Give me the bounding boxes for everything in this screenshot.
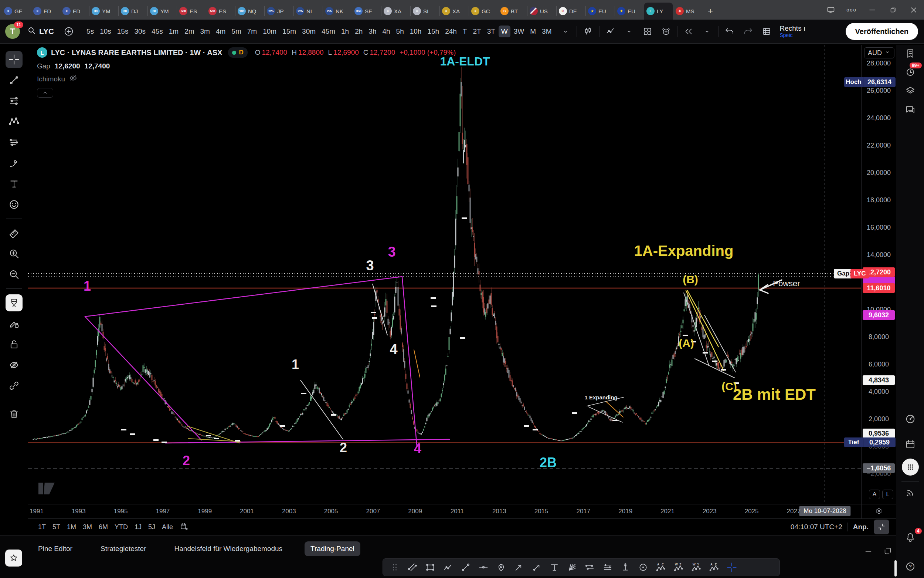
year-label[interactable]: 1993 — [72, 508, 86, 515]
replay-icon[interactable] — [681, 24, 696, 39]
tool-ruler[interactable] — [6, 224, 23, 242]
year-label[interactable]: 2015 — [534, 508, 549, 515]
new-tab-button[interactable]: + — [702, 3, 718, 19]
panel-tab-strategietester[interactable]: Strategietester — [95, 541, 152, 556]
interval-5s[interactable]: 5s — [84, 26, 97, 37]
browser-tab-us[interactable]: US — [527, 3, 556, 19]
sidebar-calendar-button[interactable] — [905, 438, 916, 451]
year-label[interactable]: 2005 — [324, 508, 338, 515]
chart-type-candles-icon[interactable] — [581, 24, 596, 39]
interval-4h[interactable]: 4h — [380, 26, 393, 37]
sidebar-layers-button[interactable] — [905, 85, 916, 97]
interval-10m[interactable]: 10m — [260, 26, 279, 37]
sidebar-radar-button[interactable] — [905, 414, 916, 426]
browser-tab-ge[interactable]: XGE — [2, 3, 31, 19]
tool-draw-mode[interactable] — [6, 315, 23, 332]
eye-off-icon[interactable] — [69, 74, 78, 84]
year-label[interactable]: 2003 — [282, 508, 296, 515]
float-tool-arrow[interactable] — [511, 560, 526, 575]
tool-trend-line[interactable] — [6, 72, 23, 89]
browser-tab-dj[interactable]: 30DJ — [118, 3, 147, 19]
panel-tab-trading-panel[interactable]: Trading-Panel — [304, 541, 360, 556]
browser-tab-de[interactable]: ✈DE — [556, 3, 586, 19]
scale-adjust-button[interactable] — [874, 520, 889, 534]
ichimoku-indicator-row[interactable]: Ichimoku — [37, 74, 459, 84]
tradingview-logo-watermark[interactable] — [39, 482, 55, 496]
scale-mode-l-button[interactable]: L — [882, 490, 893, 499]
interval-10s[interactable]: 10s — [97, 26, 114, 37]
browser-tab-es[interactable]: 500ES — [177, 3, 206, 19]
favorites-star-button[interactable] — [5, 550, 22, 567]
float-tool-v-measure[interactable] — [618, 560, 633, 575]
panel-tab-pine-editor[interactable]: Pine Editor — [32, 541, 78, 556]
window-close-button[interactable] — [903, 0, 924, 19]
interval-45m[interactable]: 45m — [319, 26, 338, 37]
tool-emoji[interactable] — [6, 196, 23, 213]
tool-forecast-pattern[interactable] — [6, 134, 23, 151]
interval-2T[interactable]: 2T — [470, 26, 484, 37]
interval-2h[interactable]: 2h — [352, 26, 365, 37]
interval-15m[interactable]: 15m — [280, 26, 299, 37]
tool-lock-open[interactable] — [6, 336, 23, 353]
tool-link[interactable] — [6, 377, 23, 394]
float-tool-blue-crosshair[interactable] — [724, 560, 739, 575]
float-tool-parallel-lines[interactable] — [600, 560, 615, 575]
tool-zoom-in[interactable] — [6, 245, 23, 262]
interval-M[interactable]: M — [528, 26, 539, 37]
float-tool-pattern-wy[interactable]: WY — [689, 560, 704, 575]
tool-text-tool[interactable] — [6, 175, 23, 192]
year-label[interactable]: 1995 — [114, 508, 128, 515]
float-tool-text-tool[interactable] — [547, 560, 562, 575]
browser-menu-button[interactable]: ooo — [841, 0, 862, 19]
publish-button[interactable]: Veröffentlichen — [846, 23, 918, 40]
interval-30m[interactable]: 30m — [299, 26, 318, 37]
range-1t[interactable]: 1T — [35, 521, 49, 533]
sidebar-watchlist-button[interactable] — [905, 48, 916, 61]
interval-3W[interactable]: 3W — [511, 26, 527, 37]
sidebar-apps-grid-button[interactable] — [902, 459, 919, 476]
float-tool-rect-pattern[interactable] — [423, 560, 438, 575]
browser-tab-es[interactable]: 500ES — [206, 3, 235, 19]
tool-magnet[interactable] — [6, 294, 23, 312]
symbol-search[interactable]: LYC — [24, 26, 58, 37]
interval-3h[interactable]: 3h — [366, 26, 379, 37]
browser-tab-ly[interactable]: LLY — [644, 3, 673, 19]
float-tool-pattern-ae[interactable]: AE — [707, 560, 722, 575]
float-tool-pin[interactable] — [494, 560, 508, 575]
tool-eye-off[interactable] — [6, 357, 23, 373]
gap-interval-toggle[interactable]: D — [228, 47, 247, 58]
browser-tab-se[interactable]: 356SE — [352, 3, 381, 19]
interval-5m[interactable]: 5m — [229, 26, 244, 37]
time-axis[interactable]: Mo 10-07-2028 19911993199519971999200120… — [28, 504, 861, 518]
interval-15s[interactable]: 15s — [115, 26, 131, 37]
interval-1m[interactable]: 1m — [166, 26, 181, 37]
interval-7m[interactable]: 7m — [245, 26, 259, 37]
browser-tab-xa[interactable]: ≡XA — [381, 3, 410, 19]
interval-10h[interactable]: 10h — [407, 26, 424, 37]
year-label[interactable]: 2027 — [786, 508, 801, 515]
tool-brush[interactable] — [6, 154, 23, 172]
currency-selector[interactable]: AUD — [864, 47, 895, 58]
price-chart[interactable]: 1A-ELDT331241241A-Expanding(B)(A)(C)2B m… — [28, 45, 861, 504]
tool-crosshair[interactable] — [6, 51, 23, 68]
redo-icon[interactable] — [741, 24, 756, 39]
float-tool-trend-line[interactable] — [458, 560, 473, 575]
year-label[interactable]: 2011 — [451, 508, 464, 515]
float-tool-circle-target[interactable] — [636, 560, 651, 575]
indicators-chevron-icon[interactable] — [622, 24, 636, 39]
browser-tab-nq[interactable]: 100NQ — [235, 3, 264, 19]
browser-tab-ym[interactable]: 30YM — [89, 3, 118, 19]
float-tool-pattern-wz[interactable]: WZ — [671, 560, 686, 575]
float-tool-polyline[interactable] — [440, 560, 455, 575]
interval-3M[interactable]: 3M — [539, 26, 554, 37]
year-label[interactable]: 2013 — [492, 508, 507, 515]
interval-4m[interactable]: 4m — [213, 26, 228, 37]
undo-icon[interactable] — [722, 24, 737, 39]
user-avatar[interactable]: T 11 — [5, 24, 20, 39]
replay-chevron-icon[interactable] — [700, 24, 714, 39]
float-tool-gann-fan[interactable] — [565, 560, 579, 575]
browser-tab-eu[interactable]: ★EU — [586, 3, 615, 19]
year-label[interactable]: 2009 — [408, 508, 422, 515]
browser-tab-eu[interactable]: ★EU — [615, 3, 644, 19]
browser-tab-ym[interactable]: 30YM — [147, 3, 177, 19]
